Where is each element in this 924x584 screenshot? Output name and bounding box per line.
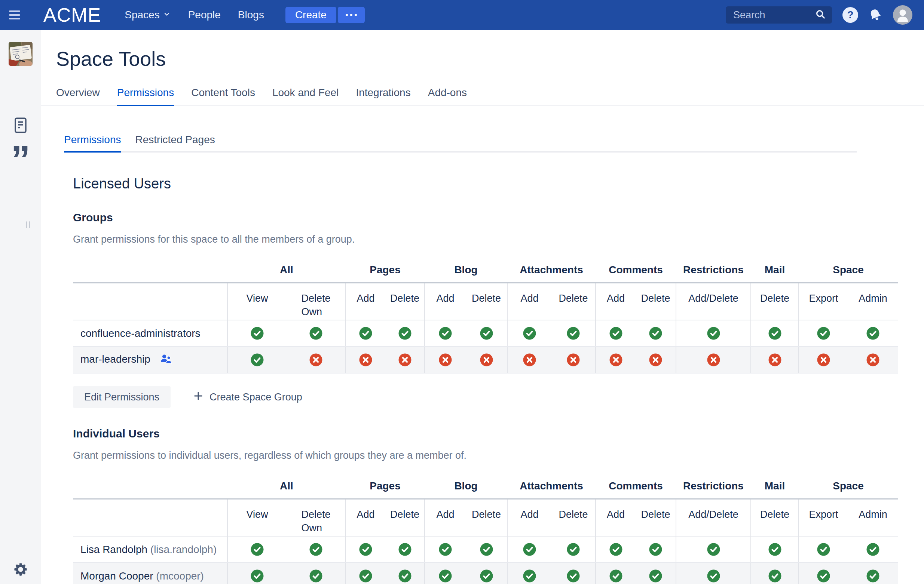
more-actions-button[interactable] [338,7,365,23]
permission-granted-icon [768,330,782,336]
permission-granted-icon [768,572,782,579]
individual-users-description: Grant permissions to individual users, r… [73,450,924,461]
tab-add-ons[interactable]: Add-ons [428,87,467,105]
pages-icon[interactable] [0,117,41,133]
user-avatar[interactable] [893,5,913,25]
create-button[interactable]: Create [285,7,336,23]
column-attachments-add: Add [507,283,551,320]
permission-granted-icon [649,330,662,336]
column-pages-add: Add [346,283,385,320]
column-restrictions-add-delete: Add/Delete [676,499,751,536]
search-icon [815,8,826,21]
column-mail-delete: Delete [751,283,799,320]
permission-denied-icon [866,356,879,363]
column-space-export: Export [799,499,848,536]
permission-denied-icon [609,356,622,363]
permission-granted-icon [707,572,720,579]
app-logo[interactable]: ACME [43,5,101,25]
column-group-space: Space [799,474,898,499]
hamburger-icon[interactable] [2,0,27,30]
permission-granted-icon [359,572,372,579]
column-restrictions-add-delete: Add/Delete [676,283,751,320]
user-name: Lisa Randolph [81,544,147,555]
column-blog-delete: Delete [466,499,507,536]
permission-granted-icon [609,546,622,552]
permission-granted-icon [398,546,411,552]
ellipsis-icon [346,14,348,16]
groups-heading: Groups [73,211,924,224]
nav-item-blogs[interactable]: Blogs [238,9,264,21]
nav-item-label: People [188,9,221,21]
column-attachments-delete: Delete [551,499,596,536]
permission-granted-icon [251,356,264,363]
group-name: confluence-administrators [81,327,201,339]
column-all-delete-own: DeleteOwn [287,499,346,536]
permission-granted-icon [480,546,493,552]
individual-users-heading: Individual Users [73,427,924,440]
permission-denied-icon [567,356,580,363]
column-group-all: All [228,474,346,499]
tab-overview[interactable]: Overview [56,87,100,105]
permission-granted-icon [359,546,372,552]
permission-granted-icon [707,546,720,552]
column-group-restrictions: Restrictions [676,258,751,283]
plus-icon [193,391,203,404]
permission-granted-icon [649,572,662,579]
users-permissions-table: AllPagesBlogAttachmentsCommentsRestricti… [73,474,898,584]
column-blog-delete: Delete [466,283,507,320]
search-input[interactable]: Search [726,7,832,23]
column-blog-add: Add [425,283,466,320]
column-comments-add: Add [596,499,635,536]
column-all-delete-own: DeleteOwn [287,283,346,320]
bell-icon[interactable] [868,8,883,23]
permission-denied-icon [309,356,322,363]
groups-description: Grant permissions for this space to all … [73,234,924,245]
permission-denied-icon [707,356,720,363]
column-group-all: All [228,258,346,283]
gear-icon[interactable] [0,562,41,576]
column-space-export: Export [799,283,848,320]
permission-granted-icon [567,546,580,552]
nav-item-label: Blogs [238,9,264,21]
permission-granted-icon [309,330,322,336]
column-group-blog: Blog [425,474,507,499]
permission-denied-icon [768,356,782,363]
permission-denied-icon [523,356,536,363]
tab-permissions[interactable]: Permissions [117,87,174,106]
column-group-blog: Blog [425,258,507,283]
permission-granted-icon [609,572,622,579]
licensed-users-heading: Licensed Users [73,176,924,192]
nav-item-spaces[interactable]: Spaces [125,9,171,21]
edit-permissions-button[interactable]: Edit Permissions [73,386,171,408]
column-comments-delete: Delete [635,283,676,320]
nav-item-people[interactable]: People [188,9,221,21]
column-pages-delete: Delete [385,499,425,536]
column-group-mail: Mail [751,258,799,283]
create-space-group-button[interactable]: Create Space Group [193,391,302,404]
column-group-pages: Pages [346,258,425,283]
help-icon[interactable]: ? [842,7,858,23]
column-group-attachments: Attachments [507,258,596,283]
quotes-icon[interactable]: ” [0,142,41,161]
permission-granted-icon [398,330,411,336]
permission-granted-icon [567,330,580,336]
user-name: Morgan Cooper [81,570,153,582]
subtab-restricted-pages[interactable]: Restricted Pages [135,134,215,151]
column-blog-add: Add [425,499,466,536]
subtab-permissions[interactable]: Permissions [64,134,121,153]
main-content: Space Tools OverviewPermissionsContent T… [41,30,924,584]
permission-granted-icon [817,546,830,552]
create-space-group-label: Create Space Group [210,392,302,403]
tab-integrations[interactable]: Integrations [356,87,410,105]
column-pages-add: Add [346,499,385,536]
tab-content-tools[interactable]: Content Tools [191,87,255,105]
primary-nav: SpacesPeopleBlogs [116,9,273,21]
group-name: mar-leadership [81,353,150,365]
tab-look-and-feel[interactable]: Look and Feel [272,87,338,105]
permissions-subtabs: PermissionsRestricted Pages [64,134,857,153]
space-avatar[interactable] [8,42,33,66]
permission-granted-icon [480,572,493,579]
sidebar-resize-handle[interactable] [26,221,30,228]
column-comments-delete: Delete [635,499,676,536]
group-permissions-row: confluence-administrators [73,320,898,347]
